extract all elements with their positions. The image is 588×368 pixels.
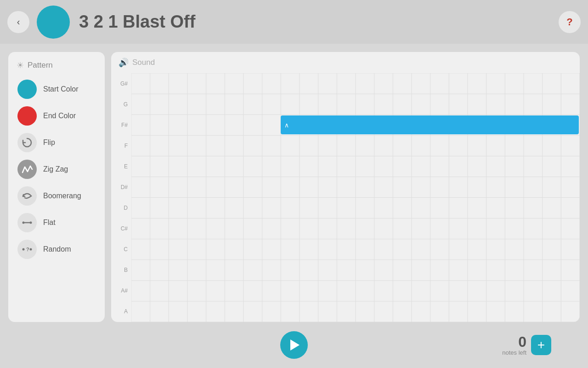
svg-point-2 [30, 222, 32, 224]
note-label-dsharp: D# [111, 177, 131, 197]
sidebar-header: ☀ Pattern [13, 58, 100, 75]
flat-icon [17, 213, 37, 232]
note-label-b: B [111, 260, 131, 281]
start-color-swatch [17, 80, 37, 99]
sidebar-item-start-color[interactable]: Start Color [13, 77, 100, 102]
flip-icon [17, 133, 37, 152]
app-avatar [37, 6, 70, 39]
play-button[interactable] [280, 331, 308, 359]
note-label-csharp: C# [111, 218, 131, 239]
svg-point-5 [30, 248, 32, 251]
svg-text:?: ? [26, 247, 29, 252]
notes-count-block: 0 notes left [502, 334, 526, 356]
note-bar-handle: ∧ [284, 121, 289, 129]
grid-wrapper: G#GF#FED#DC#CBA#A ∧ [111, 73, 580, 322]
content-header: 🔊 Sound [111, 52, 580, 73]
random-label: Random [43, 245, 71, 253]
sidebar-item-flat[interactable]: Flat [13, 210, 100, 235]
notes-count: 0 [502, 334, 526, 349]
content-header-label: Sound [132, 58, 155, 67]
add-button[interactable]: + [531, 335, 551, 355]
note-label-fsharp: F# [111, 115, 131, 135]
note-label-e: E [111, 156, 131, 177]
sidebar-item-zig-zag[interactable]: Zig Zag [13, 157, 100, 182]
main-area: ☀ Pattern Start Color End Color Flip [0, 44, 588, 322]
note-label-d: D [111, 197, 131, 218]
note-label-gsharp: G# [111, 73, 131, 94]
boomerang-label: Boomerang [43, 192, 81, 200]
content-panel: 🔊 Sound G#GF#FED#DC#CBA#A ∧ [111, 52, 580, 322]
sidebar-item-end-color[interactable]: End Color [13, 104, 100, 128]
sound-icon: 🔊 [119, 58, 129, 68]
play-icon [290, 339, 300, 351]
random-icon: ? [17, 240, 37, 259]
sidebar-title: Pattern [28, 61, 53, 70]
boomerang-icon [17, 186, 37, 206]
sidebar-item-flip[interactable]: Flip [13, 130, 100, 155]
note-bar[interactable]: ∧ [281, 115, 579, 134]
page-title: 3 2 1 Blast Off [79, 12, 195, 32]
sidebar-item-boomerang[interactable]: Boomerang [13, 184, 100, 208]
note-label-g: G [111, 94, 131, 115]
note-label-asharp: A# [111, 281, 131, 301]
bottom-bar: 0 notes left + [0, 322, 588, 368]
end-color-swatch [17, 106, 37, 126]
grid-area[interactable]: ∧ [131, 73, 580, 322]
sidebar: ☀ Pattern Start Color End Color Flip [8, 52, 105, 322]
svg-point-3 [23, 248, 25, 251]
back-button[interactable]: ‹ [7, 11, 29, 33]
grid-container: G#GF#FED#DC#CBA#A ∧ [111, 73, 580, 322]
sidebar-item-random[interactable]: ? Random [13, 237, 100, 262]
note-label-c: C [111, 239, 131, 260]
help-button[interactable]: ? [559, 11, 581, 33]
note-label-f: F [111, 135, 131, 156]
note-labels: G#GF#FED#DC#CBA#A [111, 73, 131, 322]
end-color-label: End Color [43, 112, 76, 120]
note-label-a: A [111, 301, 131, 322]
pattern-icon: ☀ [17, 60, 24, 70]
notes-info: 0 notes left + [502, 334, 551, 356]
zig-zag-icon [17, 160, 37, 179]
flat-label: Flat [43, 218, 56, 227]
flip-label: Flip [43, 138, 55, 147]
header: ‹ 3 2 1 Blast Off ? [0, 0, 588, 44]
grid-svg [131, 73, 580, 322]
start-color-label: Start Color [43, 85, 78, 93]
zig-zag-label: Zig Zag [43, 165, 68, 173]
notes-left-label: notes left [502, 349, 526, 356]
